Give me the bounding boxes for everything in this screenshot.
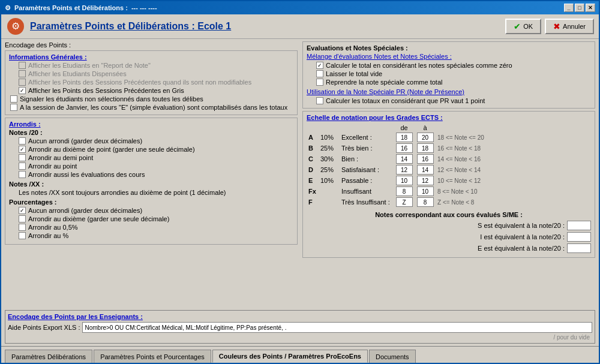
- cb5-checkbox[interactable]: [10, 95, 17, 103]
- cb2-row: Afficher les Etudiants Dispensées: [9, 70, 293, 77]
- cb1-checkbox[interactable]: [19, 62, 26, 69]
- ects-a-cell: [415, 143, 436, 154]
- m3-row: Reprendre la note spéciale comme total: [307, 79, 591, 86]
- aide-input[interactable]: [82, 322, 592, 333]
- m2-label: Laisser le total vide: [326, 70, 382, 77]
- ects-de-input[interactable]: [396, 154, 413, 164]
- ects-pct: 25%: [319, 143, 340, 154]
- maximize-button[interactable]: □: [575, 4, 584, 12]
- encoder-title[interactable]: Encodage des Points par les Enseignants …: [8, 313, 592, 320]
- cb4-checkbox[interactable]: [19, 87, 26, 94]
- ects-row-F: F Très Insuffisant : Z <= Note < 8: [307, 197, 591, 207]
- m2-checkbox[interactable]: [316, 70, 323, 77]
- ects-pct: [319, 197, 340, 207]
- m2-row: Laisser le total vide: [307, 70, 591, 77]
- ar2-checkbox[interactable]: [19, 146, 26, 153]
- cb6-label: A la session de Janvier, les cours "E" (…: [20, 104, 287, 111]
- sme-section: Notes correspondant aux cours évalués S/…: [307, 211, 591, 253]
- p4-label: Arrondir au %: [28, 232, 68, 239]
- ects-a-input[interactable]: [417, 176, 434, 185]
- notesxx-title: Notes /XX :: [9, 181, 293, 188]
- presence-title[interactable]: Utilisation de la Note Spéciale PR (Note…: [307, 88, 591, 95]
- melange-title[interactable]: Mélange d'évaluations Notes et Notes Spé…: [307, 53, 591, 60]
- ects-label: Insuffisant: [340, 186, 394, 197]
- i-label: I est équivalent à la note/20 :: [307, 233, 565, 240]
- ects-a-input[interactable]: [417, 143, 434, 153]
- m1-checkbox[interactable]: [316, 62, 323, 69]
- ects-de-input[interactable]: [396, 165, 413, 175]
- pr-checkbox[interactable]: [316, 97, 323, 104]
- ects-a-input[interactable]: [417, 186, 434, 196]
- left-panel: Encodage des Points : Informations Génér…: [5, 41, 298, 308]
- ects-de-input[interactable]: [396, 143, 413, 153]
- m3-checkbox[interactable]: [316, 79, 323, 86]
- ok-button[interactable]: ✔ OK: [505, 19, 541, 34]
- p1-checkbox[interactable]: [19, 207, 26, 214]
- i-input[interactable]: [567, 232, 591, 242]
- ects-a-input[interactable]: [417, 197, 434, 207]
- ects-label: Passable :: [340, 175, 394, 186]
- tab-documents[interactable]: Documents: [369, 350, 416, 363]
- th-range: [436, 124, 591, 132]
- minimize-button[interactable]: _: [564, 4, 574, 12]
- ar1-row: Aucun arrondi (garder deux décimales): [9, 137, 293, 145]
- th-a: à: [415, 124, 436, 132]
- ects-a-input[interactable]: [417, 133, 434, 142]
- sme-title: Notes correspondant aux cours évalués S/…: [307, 211, 591, 218]
- ects-grade: F: [307, 197, 319, 207]
- ects-de-cell: [394, 186, 415, 197]
- ar2-row: Arrondir au dixième de point (garder une…: [9, 146, 293, 153]
- melange-subsection: Mélange d'évaluations Notes et Notes Spé…: [307, 53, 591, 86]
- ar4-checkbox[interactable]: [19, 163, 26, 170]
- s-input[interactable]: [567, 221, 591, 230]
- presence-subsection: Utilisation de la Note Spéciale PR (Note…: [307, 88, 591, 104]
- p4-checkbox[interactable]: [19, 232, 26, 239]
- cb6-checkbox[interactable]: [10, 104, 17, 111]
- cb3-checkbox[interactable]: [19, 79, 26, 86]
- cb2-label: Afficher les Etudiants Dispensées: [28, 70, 127, 77]
- p3-checkbox[interactable]: [19, 224, 26, 231]
- ects-title[interactable]: Echelle de notation pour les Grades ECTS…: [307, 114, 591, 121]
- ar1-checkbox[interactable]: [19, 137, 26, 145]
- ects-pct: 30%: [319, 154, 340, 164]
- informations-title[interactable]: Informations Générales :: [9, 53, 293, 61]
- pr-row: Calculer les totaux en considérant que P…: [307, 97, 591, 104]
- ects-de-input[interactable]: [396, 197, 413, 207]
- ar3-checkbox[interactable]: [19, 154, 26, 161]
- cancel-label: Annuler: [563, 23, 586, 30]
- ects-de-cell: [394, 143, 415, 154]
- close-button[interactable]: ✕: [586, 4, 595, 12]
- th-de: de: [394, 124, 415, 132]
- tab-deliberations[interactable]: Paramètres Délibérations: [5, 350, 92, 363]
- ects-de-input[interactable]: [396, 186, 413, 196]
- m3-label: Reprendre la note spéciale comme total: [326, 79, 442, 86]
- cancel-button[interactable]: ✖ Annuler: [545, 19, 594, 34]
- main-window: ⚙ Paramètres Points et Délibérations : -…: [0, 0, 600, 364]
- ects-de-cell: [394, 175, 415, 186]
- th-pct: [319, 124, 340, 132]
- ects-de-input[interactable]: [396, 133, 413, 142]
- notes20-title: Notes /20 :: [9, 129, 293, 136]
- ar5-checkbox[interactable]: [19, 171, 26, 178]
- ects-a-input[interactable]: [417, 154, 434, 164]
- p2-label: Arrondir au dixième (garder une seule dé…: [28, 215, 169, 222]
- ects-de-input[interactable]: [396, 176, 413, 185]
- tab-couleurs[interactable]: Couleurs des Points / Paramètres ProEcoE…: [212, 350, 368, 363]
- ar3-row: Arrondir au demi point: [9, 154, 293, 161]
- ects-label: Très bien :: [340, 143, 394, 154]
- p2-row: Arrondir au dixième (garder une seule dé…: [9, 215, 293, 222]
- arrondis-title[interactable]: Arrondis :: [9, 121, 293, 128]
- encoder-row: Aide Points Export XLS :: [8, 322, 592, 333]
- header-title-text: Paramètres Points et Délibérations : Eco…: [30, 21, 231, 32]
- e-input[interactable]: [567, 243, 591, 253]
- panels: Encodage des Points : Informations Génér…: [1, 39, 599, 310]
- ects-a-cell: [415, 164, 436, 175]
- tab-points-pourcentages[interactable]: Paramètres Points et Pourcentages: [94, 350, 211, 363]
- cb2-checkbox[interactable]: [19, 70, 26, 77]
- right-panel: Evaluations et Notes Spéciales : Mélange…: [302, 41, 595, 308]
- ects-a-input[interactable]: [417, 165, 434, 175]
- ects-a-cell: [415, 186, 436, 197]
- ar2-label: Arrondir au dixième de point (garder une…: [28, 146, 195, 153]
- tab-deliberations-label: Paramètres Délibérations: [11, 353, 86, 360]
- p2-checkbox[interactable]: [19, 215, 26, 222]
